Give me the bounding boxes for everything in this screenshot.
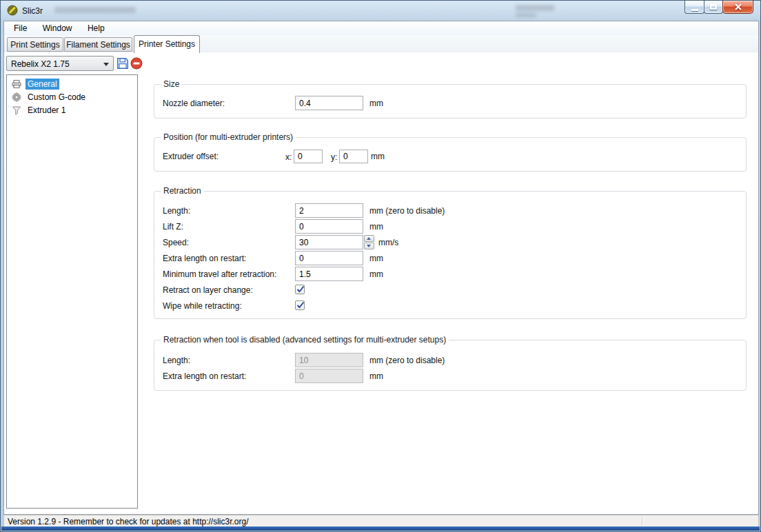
close-button[interactable] [722, 1, 753, 14]
redacted-text-blur [516, 13, 536, 17]
speed-unit: mm/s [378, 238, 398, 247]
checkmark-icon [296, 285, 305, 294]
tab-print-settings[interactable]: Print Settings [7, 37, 63, 52]
window-title: Slic3r [22, 6, 43, 16]
group-size-title: Size [161, 79, 182, 89]
printer-preset-select[interactable]: Rebelix X2 1.75 [6, 56, 114, 71]
offset-x-label: x: [285, 152, 292, 162]
minimize-button[interactable] [684, 1, 704, 14]
offset-y-label: y: [331, 152, 337, 162]
settings-tree: General Custom G-code Extruder 1 [6, 74, 138, 509]
retract-layer-change-checkbox[interactable] [295, 285, 305, 294]
min-travel-unit: mm [369, 269, 383, 279]
tree-item-general[interactable]: General [7, 77, 137, 90]
checkmark-icon [296, 300, 305, 310]
spin-down-button[interactable] [364, 243, 374, 249]
slic3r-app-icon [7, 5, 18, 16]
preset-selected-value: Rebelix X2 1.75 [11, 59, 70, 69]
maximize-button[interactable] [704, 1, 723, 14]
disabled-extra-length-label: Extra length on restart: [163, 371, 246, 381]
gear-icon [11, 92, 22, 103]
group-retraction-title: Retraction [161, 186, 204, 196]
retraction-length-label: Length: [163, 206, 190, 216]
maximize-icon [710, 4, 717, 10]
offset-x-input[interactable] [294, 150, 323, 163]
group-position: Position (for multi-extruder printers) E… [154, 137, 747, 172]
client-area: File Window Help Print Settings Filament… [3, 21, 759, 515]
lift-z-label: Lift Z: [163, 222, 183, 232]
retraction-length-unit: mm (zero to disable) [369, 206, 445, 216]
min-travel-input[interactable] [295, 267, 363, 281]
extra-length-label: Extra length on restart: [163, 254, 246, 263]
disabled-length-unit: mm (zero to disable) [369, 356, 445, 365]
disabled-length-input [295, 353, 363, 367]
speed-input[interactable] [295, 235, 363, 249]
tree-item-custom-gcode[interactable]: Custom G-code [7, 90, 137, 103]
tree-item-label: General [26, 79, 59, 90]
tree-item-extruder-1[interactable]: Extruder 1 [7, 103, 137, 116]
group-position-title: Position (for multi-extruder printers) [161, 132, 296, 142]
retract-layer-change-label: Retract on layer change: [163, 285, 253, 295]
save-preset-button[interactable] [116, 57, 129, 70]
retraction-length-input[interactable] [295, 203, 363, 218]
offset-y-input[interactable] [339, 150, 368, 163]
group-retraction-tool-disabled: Retraction when tool is disabled (advanc… [154, 340, 747, 391]
tab-printer-settings[interactable]: Printer Settings [134, 35, 200, 53]
extra-length-input[interactable] [295, 251, 363, 265]
lift-z-unit: mm [369, 222, 383, 232]
delete-preset-button[interactable] [130, 57, 143, 70]
group-retraction-tool-disabled-title: Retraction when tool is disabled (advanc… [161, 335, 449, 345]
nozzle-diameter-label: Nozzle diameter: [163, 99, 225, 108]
menu-bar: File Window Help [4, 21, 758, 35]
redacted-text-blur [54, 7, 136, 13]
nozzle-diameter-input[interactable] [295, 96, 363, 110]
tree-item-label: Custom G-code [26, 92, 88, 103]
chevron-down-icon [103, 63, 109, 66]
menu-window[interactable]: Window [37, 21, 79, 35]
funnel-icon [11, 105, 22, 116]
wipe-label: Wipe while retracting: [163, 301, 242, 311]
wipe-checkbox[interactable] [295, 300, 305, 310]
group-retraction: Retraction Length: mm (zero to disable) … [154, 191, 747, 319]
lift-z-input[interactable] [295, 219, 363, 234]
close-icon [734, 3, 742, 10]
tree-item-label: Extruder 1 [26, 105, 68, 116]
title-bar: Slic3r [1, 1, 760, 21]
extruder-offset-label: Extruder offset: [163, 152, 219, 161]
min-travel-label: Minimum travel after retraction: [163, 269, 276, 279]
menu-file[interactable]: File [8, 21, 33, 35]
tab-strip: Print Settings Filament Settings Printer… [4, 35, 758, 52]
spin-up-button[interactable] [364, 235, 374, 242]
caption-buttons [685, 1, 753, 14]
nozzle-diameter-unit: mm [369, 99, 383, 108]
extruder-offset-unit: mm [371, 152, 385, 161]
minimize-icon [691, 9, 698, 11]
app-window: Slic3r File Window Help Print Settings F… [0, 0, 761, 532]
printer-settings-page: Rebelix X2 1.75 [4, 52, 758, 514]
status-pane-divider [642, 517, 642, 526]
group-size: Size Nozzle diameter: mm [154, 84, 747, 119]
speed-label: Speed: [163, 238, 189, 247]
disabled-length-label: Length: [163, 356, 190, 365]
extra-length-unit: mm [369, 254, 383, 263]
redacted-text-blur [516, 5, 554, 11]
save-icon [116, 57, 129, 70]
speed-spinner [364, 235, 374, 250]
disabled-extra-length-unit: mm [369, 371, 383, 381]
menu-help[interactable]: Help [81, 21, 111, 35]
window-bottom-frame [1, 526, 760, 531]
printer-icon [11, 79, 22, 90]
status-version-text: Version 1.2.9 - Remember to check for up… [8, 517, 249, 526]
disabled-extra-length-input [295, 369, 363, 383]
tab-filament-settings[interactable]: Filament Settings [64, 37, 132, 52]
delete-icon [130, 57, 143, 70]
